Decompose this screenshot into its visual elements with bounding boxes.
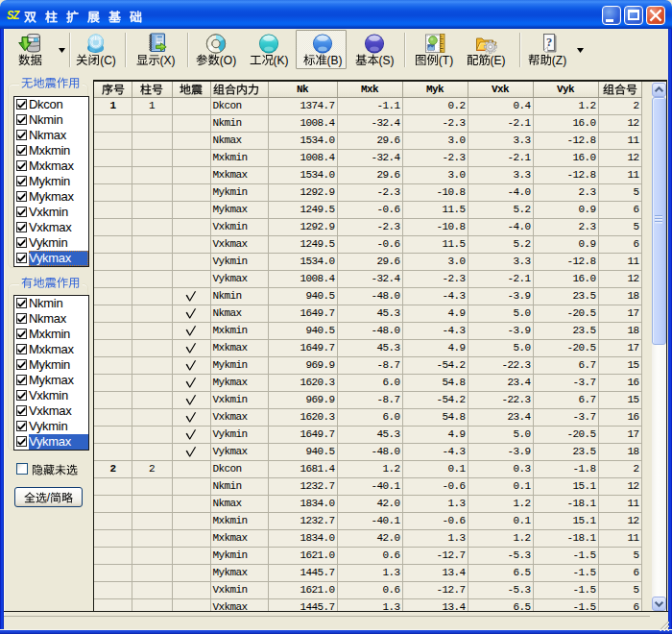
svg-text:?: ? [546, 36, 552, 49]
